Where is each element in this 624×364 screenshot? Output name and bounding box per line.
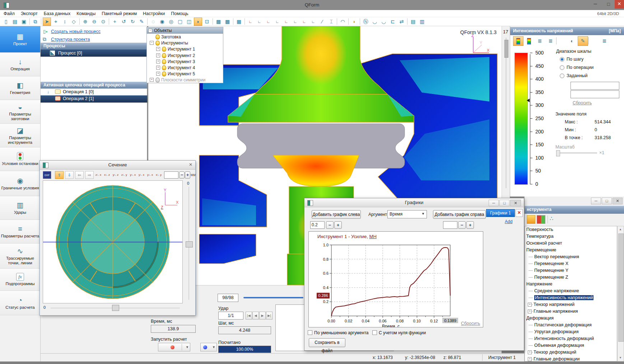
menu-5[interactable]: Настройки bbox=[143, 11, 165, 16]
cylinder-tool-icon[interactable]: ◗ bbox=[350, 18, 358, 26]
section-rotate-left-icon[interactable]: ⇦ bbox=[75, 171, 84, 179]
objects-item-5[interactable]: +Инструмент 4 bbox=[147, 65, 223, 71]
surface-tool-2-icon[interactable]: ◡ bbox=[379, 18, 388, 26]
expand-icon[interactable]: − bbox=[150, 41, 154, 45]
results-tree-item[interactable]: +Тензор деформаций bbox=[525, 349, 617, 356]
range-radio-2[interactable] bbox=[560, 74, 564, 78]
objects-item-2[interactable]: +Инструмент 1 bbox=[147, 46, 223, 52]
view-yz-icon[interactable]: ∟ bbox=[264, 18, 273, 26]
db-tool-2-icon[interactable]: ▥ bbox=[418, 18, 426, 26]
remote-run-button[interactable]: ▼ bbox=[200, 343, 217, 351]
menu-3[interactable]: Команды bbox=[76, 11, 96, 16]
zoom-out-icon[interactable]: ⊖ bbox=[90, 18, 98, 26]
operation-item-0[interactable]: ↓Операция 1 [0] bbox=[41, 89, 147, 95]
step-slider-thumb[interactable] bbox=[504, 40, 508, 58]
step-progress-slider[interactable] bbox=[243, 297, 303, 298]
right-scale-minus[interactable]: − bbox=[458, 221, 466, 229]
menu-2[interactable]: База данных bbox=[44, 11, 70, 16]
result-compare-icon[interactable] bbox=[537, 215, 545, 224]
left-scale-input[interactable]: 0.2 bbox=[310, 221, 325, 229]
hide-ellipse-icon[interactable]: ◌ bbox=[149, 18, 157, 26]
visibility-bulb-icon[interactable] bbox=[162, 53, 166, 58]
range-radio-1[interactable] bbox=[560, 65, 564, 70]
expand-icon[interactable]: + bbox=[156, 66, 160, 70]
show-eye-icon[interactable]: ◉ bbox=[158, 18, 166, 26]
section-vertical-slider[interactable]: 0 bbox=[184, 180, 194, 303]
section-axis-view-icon-0[interactable]: z∟x bbox=[94, 172, 102, 178]
scale-edit-icon[interactable]: ≣ bbox=[599, 36, 610, 46]
results-tree-item[interactable]: +Тензор напряжений bbox=[525, 301, 617, 308]
create-new-process-link[interactable]: Создать новый процесс bbox=[51, 29, 101, 34]
project-structure-link[interactable]: Структура проекта bbox=[51, 37, 90, 42]
scale-reset-link[interactable]: Сбросить bbox=[573, 100, 592, 105]
chart-area[interactable]: Инструмент 1 - Усилие, МН 0.000.020.040.… bbox=[308, 231, 483, 327]
collapse-icon[interactable]: − bbox=[148, 29, 152, 33]
scale-list-icon[interactable]: ≣ bbox=[535, 36, 545, 46]
results-tree-item[interactable]: Деформация bbox=[525, 315, 617, 322]
mesh-add-icon[interactable]: ▦ bbox=[235, 18, 243, 26]
objects-item-7[interactable]: +Плоскости симметрии bbox=[147, 77, 223, 83]
expand-icon[interactable]: + bbox=[156, 53, 160, 57]
results-tree-item[interactable]: Интенсивность деформаций bbox=[525, 335, 617, 342]
expand-icon[interactable]: + bbox=[156, 47, 160, 51]
results-tree-item[interactable]: Вектор перемещения bbox=[525, 254, 617, 260]
section-axis-view-icon-1[interactable]: x∟z bbox=[103, 172, 111, 178]
add-chart-link[interactable]: Add bbox=[505, 219, 512, 224]
sidebar-item-simulation-status[interactable]: ◔Статус расчета bbox=[0, 291, 40, 315]
results-tree-item[interactable]: Перемещение Z bbox=[525, 274, 617, 281]
objects-item-1[interactable]: −Инструменты bbox=[147, 40, 223, 46]
save-file-icon[interactable]: ▣ bbox=[20, 18, 28, 26]
view-yx2-icon[interactable]: ∟ bbox=[300, 18, 308, 26]
sidebar-item-geometry[interactable]: ◧Геометрия bbox=[0, 76, 40, 100]
chart-tab-close-icon[interactable]: ✕ bbox=[516, 209, 523, 217]
section-axis-view-icon-6[interactable]: y∟x bbox=[146, 172, 154, 178]
db-tool-1-icon[interactable]: ▤ bbox=[409, 18, 417, 26]
clamp-tool-icon[interactable]: ⊏ bbox=[388, 18, 397, 26]
move-vertical-icon[interactable]: ↕ bbox=[61, 18, 69, 26]
results-tree-item[interactable]: +Главные напряжения bbox=[525, 308, 617, 315]
last-blow-button[interactable]: ▶| bbox=[266, 312, 273, 320]
maximize-button[interactable]: □ bbox=[602, 0, 615, 9]
visibility-bulb-icon[interactable] bbox=[155, 34, 160, 39]
visibility-bulb-icon[interactable] bbox=[162, 47, 166, 52]
section-rotate-right-icon[interactable]: ⇨ bbox=[85, 171, 94, 179]
paintbrush-icon[interactable]: ✎ bbox=[578, 36, 588, 46]
scroll-down-icon[interactable]: ▼ bbox=[619, 356, 622, 359]
section-axis-view-icon-5[interactable]: y∟x bbox=[138, 172, 145, 178]
visibility-bulb-icon[interactable] bbox=[155, 77, 160, 82]
left-scale-minus[interactable]: − bbox=[326, 221, 334, 229]
scroll-up-icon[interactable]: ▲ bbox=[619, 228, 622, 231]
select-cursor-icon[interactable]: ➤ bbox=[43, 18, 51, 26]
contrast-icon[interactable]: ◐ bbox=[567, 36, 577, 46]
sidebar-item-operation[interactable]: ↓Операция bbox=[0, 53, 40, 76]
view-xz-icon[interactable]: ∟ bbox=[255, 18, 264, 26]
section-horizontal-slider[interactable]: 0 bbox=[43, 304, 183, 312]
measure-tool-icon[interactable]: ∕ bbox=[318, 18, 326, 26]
results-tree-item[interactable]: Среднее напряжение bbox=[525, 288, 617, 294]
expand-icon[interactable]: + bbox=[156, 72, 160, 76]
save-to-file-button[interactable]: Сохранить в файл bbox=[309, 338, 345, 347]
open-file-icon[interactable]: ▤ bbox=[11, 18, 19, 26]
expand-icon[interactable]: + bbox=[156, 60, 160, 63]
expand-icon[interactable]: + bbox=[528, 309, 532, 313]
view-zx-icon[interactable]: ∟ bbox=[246, 18, 255, 26]
panel-maximize-button[interactable]: □ bbox=[602, 198, 612, 204]
scale-max-input[interactable] bbox=[571, 82, 619, 90]
menu-4[interactable]: Пакетный режим bbox=[102, 11, 137, 16]
pan-tool-icon[interactable]: ⌖ bbox=[52, 18, 60, 26]
brush-tool-icon[interactable]: ✎ bbox=[138, 18, 146, 26]
charts-close-button[interactable]: ✕ bbox=[510, 200, 521, 206]
function-zero-checkbox[interactable] bbox=[372, 330, 377, 335]
charts-maximize-button[interactable]: □ bbox=[499, 200, 509, 206]
expand-icon[interactable]: + bbox=[528, 350, 532, 354]
surface-tool-1-icon[interactable]: ◡ bbox=[371, 18, 379, 26]
panel-close-button[interactable]: ✕ bbox=[613, 198, 623, 204]
section-axis-view-icon-4[interactable]: y∟x bbox=[129, 172, 137, 178]
left-scale-plus[interactable]: + bbox=[334, 221, 342, 229]
menu-0[interactable]: Файл bbox=[4, 11, 15, 16]
sidebar-item-simulation-params[interactable]: ≡Параметры расчета bbox=[0, 220, 40, 244]
results-tree-item[interactable]: Объемная деформация bbox=[525, 342, 617, 349]
sidebar-item-tool-params[interactable]: ◪Параметры инструмента bbox=[0, 124, 40, 147]
chart-reset-link[interactable]: Сбросить bbox=[461, 321, 480, 326]
results-tree-item[interactable]: Перемещение Y bbox=[525, 267, 617, 274]
